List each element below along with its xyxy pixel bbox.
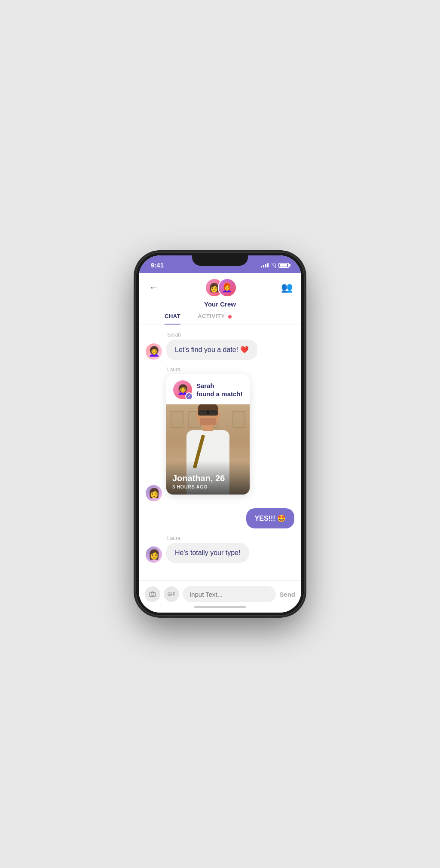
wifi-icon: ◹ <box>271 262 276 269</box>
signal-icon <box>261 263 269 267</box>
match-card[interactable]: 👩‍🦱 ✓ Sarah found a match! <box>166 374 250 495</box>
send-button[interactable]: Send <box>279 591 295 598</box>
message-input[interactable] <box>189 591 269 598</box>
phone-frame: 9:41 ◹ ← 👩 <box>136 253 304 615</box>
sender-name-laura-2: Laura <box>167 535 294 541</box>
avatar-group: 👩 👩‍🦰 <box>205 278 237 297</box>
status-icons: ◹ <box>261 262 289 269</box>
home-indicator <box>194 606 246 608</box>
header-top: ← 👩 👩‍🦰 👥 <box>147 278 293 297</box>
activity-dot <box>228 315 232 319</box>
message-bubble-type: He's totally your type! <box>166 543 249 563</box>
match-card-header: 👩‍🦱 ✓ Sarah found a match! <box>166 374 250 404</box>
message-row-type: 👩 He's totally your type! <box>146 543 294 563</box>
message-row-yes: YES!!! 🤩 <box>146 508 294 528</box>
message-bubble-1: Let's find you a date! ❤️ <box>166 340 257 360</box>
tabs: CHAT ACTIVITY <box>147 313 293 325</box>
laura-avatar-2: 👩 <box>146 546 162 563</box>
tab-chat[interactable]: CHAT <box>165 313 180 325</box>
match-avatar-wrap: 👩‍🦱 ✓ <box>173 380 192 399</box>
members-icon[interactable]: 👥 <box>281 282 293 293</box>
chat-area: Sarah 👩‍🦱 Let's find you a date! ❤️ Laur… <box>139 325 301 580</box>
gif-button[interactable]: GIF <box>164 586 179 602</box>
laura-avatar: 👩 <box>146 485 162 501</box>
crew-title: Your Crew <box>204 300 236 308</box>
sender-name-laura-match: Laura <box>167 367 294 373</box>
avatar-2: 👩‍🦰 <box>218 278 237 297</box>
match-photo: Jonathan, 26 3 HOURS AGO <box>166 404 250 495</box>
battery-icon <box>278 263 289 268</box>
match-title: Sarah found a match! <box>196 382 243 398</box>
phone-screen: 9:41 ◹ ← 👩 <box>139 255 301 613</box>
battery-fill <box>280 264 287 267</box>
match-person-name: Jonathan, 26 <box>172 473 244 483</box>
sarah-avatar: 👩‍🦱 <box>146 343 162 360</box>
status-time: 9:41 <box>151 261 164 269</box>
header: ← 👩 👩‍🦰 👥 Your Crew C <box>139 273 301 325</box>
text-input-wrap[interactable] <box>183 586 276 602</box>
match-time: 3 HOURS AGO <box>172 484 244 489</box>
avatar-2-face: 👩‍🦰 <box>219 279 236 296</box>
svg-point-0 <box>151 593 154 596</box>
message-row-1: 👩‍🦱 Let's find you a date! ❤️ <box>146 340 294 360</box>
camera-button[interactable] <box>145 586 160 602</box>
sender-name-sarah: Sarah <box>167 332 294 338</box>
tab-activity[interactable]: ACTIVITY <box>198 313 232 325</box>
crew-avatars: 👩 👩‍🦰 <box>205 278 237 297</box>
message-bubble-yes: YES!!! 🤩 <box>246 508 294 528</box>
match-overlay: Jonathan, 26 3 HOURS AGO <box>166 461 250 495</box>
match-check-icon: ✓ <box>185 392 193 400</box>
back-button[interactable]: ← <box>147 280 160 295</box>
notch <box>192 253 248 266</box>
